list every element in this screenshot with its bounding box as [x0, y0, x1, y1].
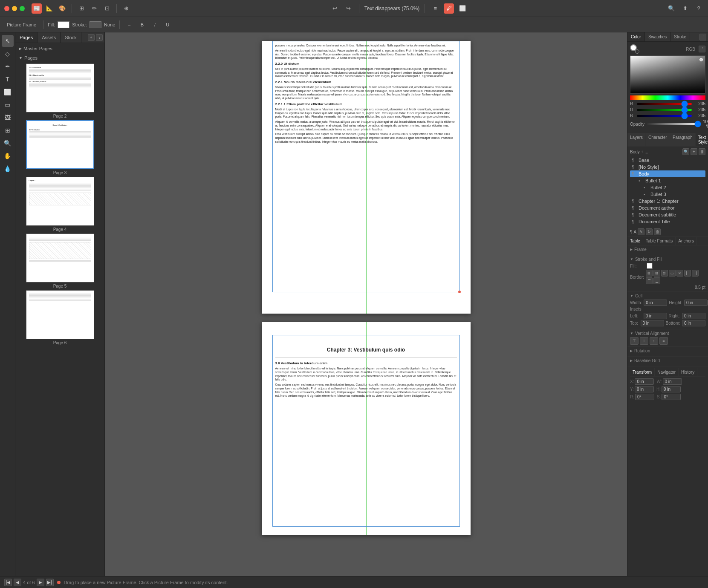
- app-icon-3[interactable]: 🎨: [57, 3, 67, 14]
- text-underline-icon[interactable]: U: [162, 20, 173, 30]
- fill-color-swatch[interactable]: [647, 263, 653, 269]
- rotation-header[interactable]: ▶ Rotation: [630, 349, 705, 353]
- node-tool[interactable]: ◇: [2, 48, 14, 60]
- baseline-header[interactable]: ▶ Baseline Grid: [630, 358, 705, 363]
- last-page-btn[interactable]: ▶|: [46, 579, 54, 586]
- s-input[interactable]: [662, 394, 681, 400]
- help-icon[interactable]: ?: [694, 3, 704, 14]
- text-styles-tab[interactable]: Text Styles: [696, 133, 708, 146]
- master-pages-header[interactable]: ▶ Master Pages: [17, 45, 103, 52]
- zoom-tool[interactable]: 🔍: [2, 137, 14, 149]
- border-top-btn[interactable]: ▔: [646, 277, 653, 284]
- color-preview[interactable]: [630, 44, 639, 54]
- style-chapter[interactable]: ¶ Chapter 1: Chapter: [630, 198, 705, 205]
- border-right-btn[interactable]: ▕: [692, 270, 699, 277]
- layers-tab[interactable]: Layers: [627, 133, 646, 146]
- y-input[interactable]: [635, 386, 654, 392]
- fill-swatch[interactable]: [58, 21, 69, 28]
- tools-icon[interactable]: ✏: [89, 3, 99, 14]
- color-picker-cursor[interactable]: [699, 58, 703, 61]
- color-panel-options[interactable]: ⋮: [699, 34, 706, 40]
- text-italic-icon[interactable]: I: [150, 20, 160, 30]
- navigator-tab[interactable]: Navigator: [655, 368, 679, 376]
- color-gradient-box[interactable]: [630, 55, 705, 94]
- fill-color-icon[interactable]: 🖊: [444, 3, 454, 14]
- shape-tool[interactable]: ▭: [2, 99, 14, 111]
- style-docauthor[interactable]: ¶ Document author: [630, 205, 705, 211]
- styles-sync-btn[interactable]: ↻: [646, 228, 653, 235]
- b-slider[interactable]: [637, 115, 692, 117]
- stroke-icon[interactable]: ⬜: [457, 3, 468, 14]
- cell-header[interactable]: ▼ Cell: [630, 294, 705, 298]
- undo-icon[interactable]: ↩: [330, 3, 340, 14]
- pen-tool[interactable]: ✒: [2, 61, 14, 72]
- x-input[interactable]: [635, 378, 654, 385]
- style-bullet2[interactable]: • Bullet 2: [630, 184, 705, 191]
- right-input[interactable]: [682, 313, 705, 319]
- opacity-slider[interactable]: [646, 123, 701, 125]
- text-frame-2[interactable]: Chapter 3: Vestibulum quis odio 3.0 Vest…: [272, 335, 460, 527]
- border-all-btn[interactable]: ⊞: [646, 270, 653, 277]
- styles-search-btn[interactable]: 🔍: [682, 148, 689, 155]
- eyedrop-tool[interactable]: 💧: [2, 163, 14, 175]
- panel-options-btn[interactable]: ⋮: [96, 34, 103, 41]
- style-bullet1[interactable]: • Bullet 1: [630, 177, 705, 184]
- bottom-input[interactable]: [682, 320, 705, 326]
- left-input[interactable]: [644, 313, 667, 319]
- close-button[interactable]: [4, 6, 9, 11]
- h-input[interactable]: [662, 386, 681, 392]
- stroke-swatch[interactable]: [90, 21, 101, 28]
- insert-icon[interactable]: ⊕: [121, 3, 131, 14]
- style-base[interactable]: ¶ Base: [630, 157, 705, 164]
- text-tool[interactable]: T: [2, 73, 14, 85]
- history-tab[interactable]: History: [679, 368, 697, 376]
- spread-icon[interactable]: ⊡: [102, 3, 112, 14]
- styles-add-btn[interactable]: +: [691, 148, 697, 155]
- page-thumb-6[interactable]: Page 6: [17, 290, 103, 345]
- app-icon-affinity[interactable]: 📰: [32, 3, 42, 14]
- top-input[interactable]: [641, 320, 664, 326]
- select-tool[interactable]: ↖: [2, 35, 14, 47]
- align-top-btn[interactable]: ⊤: [630, 337, 639, 345]
- minimize-button[interactable]: [12, 6, 17, 11]
- hand-tool[interactable]: ✋: [2, 150, 14, 162]
- anchors-tab[interactable]: Anchors: [676, 237, 697, 245]
- border-bottom-btn[interactable]: ▁: [653, 277, 660, 284]
- table-formats-tab[interactable]: Table Formats: [643, 237, 676, 245]
- page-thumb-5[interactable]: Page 5: [17, 233, 103, 288]
- app-icon-2[interactable]: 📐: [44, 3, 55, 14]
- prev-page-btn[interactable]: ◀: [14, 579, 21, 586]
- border-outer-btn[interactable]: ▭: [669, 270, 676, 277]
- share-icon[interactable]: ⬆: [680, 3, 690, 14]
- frame-section-header[interactable]: ▶ Frame: [630, 247, 705, 252]
- stroke-tab[interactable]: Stroke: [670, 32, 690, 41]
- panel-add-btn[interactable]: +: [88, 34, 95, 41]
- image-tool[interactable]: 🖼: [2, 112, 14, 124]
- text-frame-1[interactable]: posuere metus pharetra. Quisque elementu…: [272, 41, 460, 292]
- style-doctitle[interactable]: ¶ Document Title: [630, 218, 705, 225]
- border-none-btn[interactable]: ✕: [676, 270, 683, 277]
- first-page-btn[interactable]: |◀: [4, 579, 12, 586]
- redo-icon[interactable]: ↪: [344, 3, 354, 14]
- vert-align-header[interactable]: ▼ Vertical Alignment: [630, 331, 705, 336]
- color-tab[interactable]: Color: [627, 32, 645, 41]
- color-options-btn[interactable]: ⋮: [699, 46, 705, 52]
- style-body[interactable]: ¶ Body: [630, 170, 705, 177]
- text-align-icon[interactable]: ≡: [124, 20, 134, 30]
- text-bold-icon[interactable]: B: [137, 20, 147, 30]
- page-thumb-2[interactable]: 2.2.0 Ut dictum 2.2.1 Mauris mollis 2.2.…: [17, 63, 103, 118]
- swatches-tab[interactable]: Swatches: [645, 32, 670, 41]
- align-bottom-btn[interactable]: ↕: [650, 337, 658, 345]
- styles-delete-btn[interactable]: 🗑: [699, 148, 705, 155]
- g-slider[interactable]: [637, 109, 692, 111]
- canvas-area[interactable]: posuere metus pharetra. Quisque elementu…: [105, 32, 627, 576]
- search-icon[interactable]: 🔍: [666, 3, 676, 14]
- paragraph-tab[interactable]: Paragraph: [670, 133, 696, 146]
- hue-spectrum[interactable]: [630, 95, 705, 100]
- view-icon[interactable]: ⊞: [76, 3, 87, 14]
- tab-stock[interactable]: Stock: [61, 32, 81, 43]
- align-justify-btn[interactable]: ≡: [659, 337, 668, 345]
- table-tool[interactable]: ⊞: [2, 124, 14, 136]
- text-overflow-indicator[interactable]: [458, 291, 461, 293]
- width-input[interactable]: [644, 300, 667, 306]
